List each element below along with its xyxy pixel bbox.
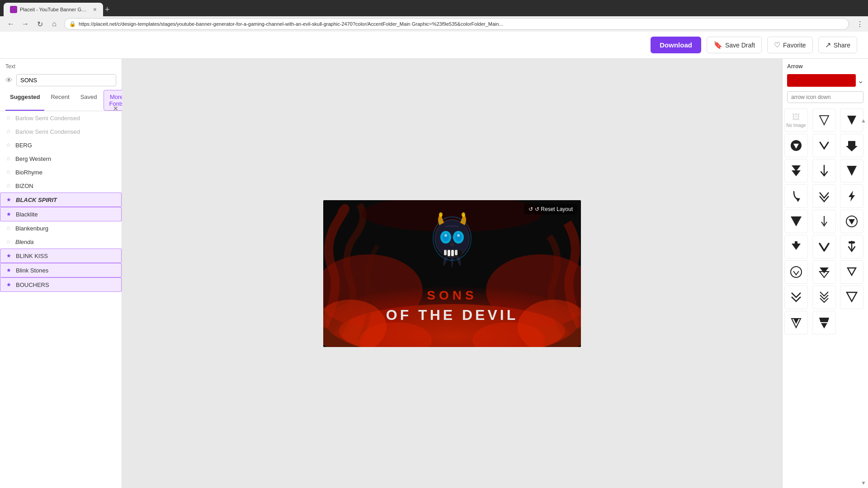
font-list-item[interactable]: ☆Barlow Semi Condensed <box>0 111 122 125</box>
color-picker[interactable] <box>787 74 856 87</box>
arrow-item-arrow-lines-down[interactable] <box>812 184 836 208</box>
arrow-item-arrow-v3[interactable] <box>784 311 808 334</box>
arrow-item-arrow-curved-down[interactable] <box>784 184 808 208</box>
svg-marker-36 <box>796 198 800 202</box>
arrow-item-arrow-trapezoid[interactable] <box>812 311 836 334</box>
font-star-icon[interactable]: ★ <box>5 196 12 203</box>
arrow-item-arrow-flat-down[interactable] <box>784 235 808 258</box>
font-list-item[interactable]: ★BOUCHERS <box>0 277 122 292</box>
font-list-item[interactable]: ★Blink Stones <box>0 263 122 277</box>
scroll-up-button[interactable]: ▲ <box>861 117 866 124</box>
font-list-item[interactable]: ☆Berg Western <box>0 152 122 165</box>
extensions-icon[interactable]: ⋮ <box>856 20 863 28</box>
panel-close-button[interactable]: × <box>113 104 118 113</box>
arrow-item-arrow-outline-chevron[interactable] <box>840 286 863 309</box>
font-list-item[interactable]: ☆BERG <box>0 138 122 152</box>
arrow-item-arrow-circle-down[interactable] <box>784 134 808 157</box>
arrow-item-arrow-double2[interactable] <box>784 286 808 309</box>
font-star-icon[interactable]: ☆ <box>5 169 12 176</box>
color-chevron-icon[interactable]: ⌄ <box>858 76 863 85</box>
font-star-icon[interactable]: ★ <box>5 267 12 274</box>
browser-actions: ⋮ <box>856 20 863 28</box>
font-star-icon[interactable]: ☆ <box>5 141 12 149</box>
arrow-item-arrow-outline-narrow[interactable] <box>812 210 836 233</box>
back-button[interactable]: ← <box>5 18 17 30</box>
arrow-item-arrow-outline-down[interactable] <box>812 108 836 132</box>
svg-text:OF THE DEVIL: OF THE DEVIL <box>386 307 518 323</box>
arrow-item-no-image[interactable]: 🖼No Image <box>784 108 808 132</box>
reset-layout-label: ↺ Reset Layout <box>535 206 573 212</box>
address-bar: ← → ↻ ⌂ 🔒 https://placeit.net/c/design-t… <box>0 16 868 32</box>
font-star-icon[interactable]: ★ <box>5 281 12 288</box>
favorite-button[interactable]: ♡ Favorite <box>767 37 813 53</box>
new-tab-button[interactable]: + <box>105 5 110 14</box>
font-list-item[interactable]: ★Blacklite <box>0 207 122 221</box>
tab-saved[interactable]: Saved <box>76 90 102 111</box>
arrow-item-arrow-simple-down[interactable] <box>812 159 836 183</box>
font-star-icon[interactable]: ☆ <box>5 182 12 189</box>
url-box[interactable]: 🔒 https://placeit.net/c/design-templates… <box>64 18 849 30</box>
font-name-label: Berg Western <box>15 155 51 162</box>
font-star-icon[interactable]: ☆ <box>5 238 12 245</box>
scroll-down-button[interactable]: ▼ <box>861 480 866 486</box>
download-button[interactable]: Download <box>651 37 701 53</box>
active-tab[interactable]: Placeit - YouTube Banner Gene... × <box>4 3 103 16</box>
arrow-item-arrow-chevron-down[interactable] <box>812 134 836 157</box>
reset-layout-button[interactable]: ↺ ↺ Reset Layout <box>524 204 577 215</box>
eye-icon[interactable]: 👁 <box>5 76 13 84</box>
text-input[interactable] <box>16 74 116 86</box>
font-list-item[interactable]: ☆Barlow Semi Condensed <box>0 125 122 138</box>
arrow-item-arrow-triangle-down[interactable] <box>840 159 863 183</box>
arrows-grid-inner: 🖼No Image <box>784 108 866 334</box>
browser-chrome: Placeit - YouTube Banner Gene... × + ← →… <box>0 0 868 32</box>
arrow-item-arrow-chevron2[interactable] <box>812 260 836 284</box>
font-name-label: Blenda <box>15 239 33 245</box>
tab-favicon <box>10 6 17 13</box>
text-input-row: 👁 <box>0 72 122 90</box>
font-name-label: BOUCHERS <box>16 282 49 288</box>
font-list-item[interactable]: ★BLINK KISS <box>0 249 122 263</box>
arrow-item-arrow-fat-down[interactable] <box>840 134 863 157</box>
svg-marker-38 <box>791 216 802 226</box>
heart-icon: ♡ <box>774 41 780 49</box>
arrow-item-arrow-double-down[interactable] <box>784 159 808 183</box>
share-icon: ↗ <box>825 41 831 49</box>
tab-suggested[interactable]: Suggested <box>5 90 44 111</box>
arrow-item-arrow-wide-down[interactable] <box>784 210 808 233</box>
font-star-icon[interactable]: ★ <box>5 211 12 218</box>
arrow-item-arrow-fill-down[interactable] <box>840 108 863 132</box>
font-name-label: BioRhyme <box>15 169 42 176</box>
font-name-label: BLINK KISS <box>16 253 48 259</box>
arrow-item-arrow-lightning[interactable] <box>840 184 863 208</box>
svg-marker-28 <box>847 116 856 125</box>
font-list-item[interactable]: ☆Blankenburg <box>0 221 122 235</box>
svg-text:SONS: SONS <box>427 288 477 302</box>
save-draft-button[interactable]: 🔖 Save Draft <box>707 37 762 53</box>
font-star-icon[interactable]: ☆ <box>5 155 12 162</box>
arrow-item-arrow-v-down[interactable] <box>812 235 836 258</box>
arrow-search-input[interactable] <box>787 91 863 103</box>
svg-marker-31 <box>846 141 858 151</box>
tab-recent[interactable]: Recent <box>46 90 74 111</box>
arrow-item-arrow-stylized-down[interactable] <box>840 235 863 258</box>
reload-button[interactable]: ↻ <box>33 18 46 30</box>
arrow-item-arrow-badge-down[interactable] <box>840 210 863 233</box>
font-star-icon[interactable]: ★ <box>5 252 12 259</box>
font-name-label: Blink Stones <box>16 267 48 274</box>
font-list-item[interactable]: ☆BIZON <box>0 179 122 192</box>
forward-button[interactable]: → <box>19 18 32 30</box>
font-list-item[interactable]: ☆BioRhyme <box>0 165 122 179</box>
font-star-icon[interactable]: ☆ <box>5 225 12 232</box>
font-list-item[interactable]: ★BLACK SPIRIT <box>0 192 122 207</box>
arrow-item-arrow-triple-chevron[interactable] <box>812 286 836 309</box>
font-star-icon[interactable]: ☆ <box>5 114 12 122</box>
font-star-icon[interactable]: ☆ <box>5 128 12 135</box>
tab-close-button[interactable]: × <box>93 6 97 13</box>
arrow-item-arrow-circle-outline[interactable] <box>784 260 808 284</box>
home-button[interactable]: ⌂ <box>48 18 61 30</box>
main-layout: Text 👁 × Suggested Recent Saved More Fon… <box>0 59 868 488</box>
share-button[interactable]: ↗ Share <box>818 37 857 53</box>
arrow-item-arrow-v2[interactable] <box>840 260 863 284</box>
share-label: Share <box>834 42 850 49</box>
font-list-item[interactable]: ☆Blenda <box>0 235 122 249</box>
